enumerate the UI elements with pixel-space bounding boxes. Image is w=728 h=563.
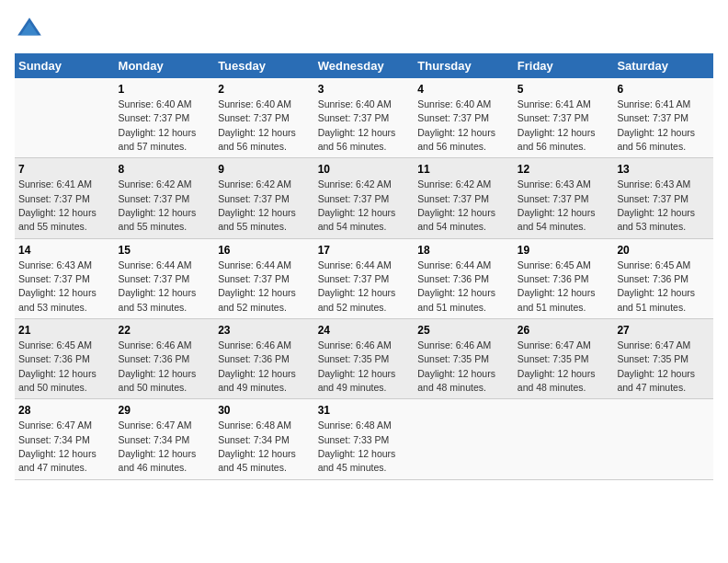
day-number: 20 [617, 243, 710, 259]
day-number: 15 [119, 243, 211, 259]
daylight-text: Daylight: 12 hours and 51 minutes. [617, 287, 695, 312]
daylight-text: Daylight: 12 hours and 54 minutes. [518, 207, 596, 232]
calendar-cell: 9Sunrise: 6:42 AMSunset: 7:37 PMDaylight… [214, 158, 314, 238]
day-number: 17 [318, 243, 411, 259]
calendar-cell: 29Sunrise: 6:47 AMSunset: 7:34 PMDayligh… [115, 399, 215, 479]
daylight-text: Daylight: 12 hours and 56 minutes. [617, 127, 695, 152]
sunrise-text: Sunrise: 6:44 AM [318, 259, 392, 270]
daylight-text: Daylight: 12 hours and 48 minutes. [518, 368, 596, 393]
sunrise-text: Sunrise: 6:45 AM [617, 259, 690, 270]
week-row-4: 21Sunrise: 6:45 AMSunset: 7:36 PMDayligh… [15, 319, 713, 399]
sunset-text: Sunset: 7:37 PM [518, 193, 589, 204]
sunset-text: Sunset: 7:37 PM [218, 112, 290, 123]
calendar-cell [613, 399, 713, 479]
calendar-cell: 15Sunrise: 6:44 AMSunset: 7:37 PMDayligh… [115, 238, 215, 318]
daylight-text: Daylight: 12 hours and 50 minutes. [18, 368, 97, 393]
day-number: 26 [518, 323, 610, 339]
daylight-text: Daylight: 12 hours and 45 minutes. [218, 448, 296, 473]
calendar-cell: 4Sunrise: 6:40 AMSunset: 7:37 PMDaylight… [414, 78, 514, 158]
day-number: 28 [18, 403, 111, 419]
calendar-cell: 17Sunrise: 6:44 AMSunset: 7:37 PMDayligh… [314, 238, 415, 318]
calendar-cell: 27Sunrise: 6:47 AMSunset: 7:35 PMDayligh… [613, 319, 713, 399]
sunset-text: Sunset: 7:35 PM [617, 353, 688, 364]
calendar-cell: 22Sunrise: 6:46 AMSunset: 7:36 PMDayligh… [115, 319, 215, 399]
day-number: 23 [218, 323, 311, 339]
sunset-text: Sunset: 7:36 PM [518, 273, 589, 284]
daylight-text: Daylight: 12 hours and 52 minutes. [218, 287, 296, 312]
day-number: 5 [518, 82, 610, 98]
day-number: 19 [518, 243, 610, 259]
day-number: 11 [417, 162, 510, 178]
day-number: 16 [218, 243, 311, 259]
sunset-text: Sunset: 7:37 PM [617, 112, 688, 123]
weekday-header-saturday: Saturday [613, 53, 713, 78]
week-row-3: 14Sunrise: 6:43 AMSunset: 7:37 PMDayligh… [15, 238, 713, 318]
day-number: 7 [18, 162, 111, 178]
day-number: 24 [318, 323, 411, 339]
daylight-text: Daylight: 12 hours and 55 minutes. [218, 207, 296, 232]
calendar-cell: 23Sunrise: 6:46 AMSunset: 7:36 PMDayligh… [214, 319, 314, 399]
weekday-header-tuesday: Tuesday [214, 53, 314, 78]
calendar-cell: 20Sunrise: 6:45 AMSunset: 7:36 PMDayligh… [613, 238, 713, 318]
daylight-text: Daylight: 12 hours and 57 minutes. [119, 127, 197, 152]
sunset-text: Sunset: 7:36 PM [18, 353, 90, 364]
calendar-cell: 13Sunrise: 6:43 AMSunset: 7:37 PMDayligh… [613, 158, 713, 238]
calendar-cell: 28Sunrise: 6:47 AMSunset: 7:34 PMDayligh… [15, 399, 115, 479]
sunrise-text: Sunrise: 6:44 AM [417, 259, 491, 270]
calendar-cell: 5Sunrise: 6:41 AMSunset: 7:37 PMDaylight… [514, 78, 614, 158]
daylight-text: Daylight: 12 hours and 53 minutes. [18, 287, 97, 312]
calendar-cell: 16Sunrise: 6:44 AMSunset: 7:37 PMDayligh… [214, 238, 314, 318]
sunrise-text: Sunrise: 6:46 AM [417, 339, 491, 350]
sunrise-text: Sunrise: 6:41 AM [18, 178, 92, 190]
sunrise-text: Sunrise: 6:48 AM [218, 419, 291, 431]
sunrise-text: Sunrise: 6:42 AM [417, 178, 491, 190]
daylight-text: Daylight: 12 hours and 55 minutes. [119, 207, 197, 232]
calendar-cell: 7Sunrise: 6:41 AMSunset: 7:37 PMDaylight… [15, 158, 115, 238]
sunrise-text: Sunrise: 6:47 AM [518, 339, 591, 350]
calendar-cell: 8Sunrise: 6:42 AMSunset: 7:37 PMDaylight… [115, 158, 215, 238]
daylight-text: Daylight: 12 hours and 56 minutes. [218, 127, 296, 152]
day-number: 1 [119, 82, 211, 98]
sunset-text: Sunset: 7:37 PM [18, 273, 90, 284]
daylight-text: Daylight: 12 hours and 50 minutes. [119, 368, 197, 393]
day-number: 13 [617, 162, 710, 178]
daylight-text: Daylight: 12 hours and 47 minutes. [18, 448, 97, 473]
day-number: 2 [218, 82, 311, 98]
calendar-cell: 1Sunrise: 6:40 AMSunset: 7:37 PMDaylight… [115, 78, 215, 158]
sunrise-text: Sunrise: 6:40 AM [218, 98, 291, 109]
daylight-text: Daylight: 12 hours and 51 minutes. [518, 287, 596, 312]
sunset-text: Sunset: 7:36 PM [617, 273, 688, 284]
sunset-text: Sunset: 7:37 PM [417, 112, 489, 123]
sunrise-text: Sunrise: 6:45 AM [18, 339, 92, 350]
day-number: 27 [617, 323, 710, 339]
day-number: 8 [119, 162, 211, 178]
calendar-cell: 19Sunrise: 6:45 AMSunset: 7:36 PMDayligh… [514, 238, 614, 318]
daylight-text: Daylight: 12 hours and 55 minutes. [18, 207, 97, 232]
day-number: 10 [318, 162, 411, 178]
weekday-header-thursday: Thursday [414, 53, 514, 78]
sunrise-text: Sunrise: 6:46 AM [218, 339, 291, 350]
sunset-text: Sunset: 7:37 PM [119, 273, 190, 284]
sunrise-text: Sunrise: 6:43 AM [518, 178, 591, 190]
day-number: 29 [119, 403, 211, 419]
sunrise-text: Sunrise: 6:40 AM [417, 98, 491, 109]
calendar-cell: 12Sunrise: 6:43 AMSunset: 7:37 PMDayligh… [514, 158, 614, 238]
day-number: 12 [518, 162, 610, 178]
calendar-cell: 24Sunrise: 6:46 AMSunset: 7:35 PMDayligh… [314, 319, 415, 399]
day-number: 3 [318, 82, 411, 98]
day-number: 4 [417, 82, 510, 98]
day-number: 25 [417, 323, 510, 339]
sunrise-text: Sunrise: 6:47 AM [119, 419, 192, 431]
calendar-cell: 11Sunrise: 6:42 AMSunset: 7:37 PMDayligh… [414, 158, 514, 238]
day-number: 6 [617, 82, 710, 98]
calendar-cell: 26Sunrise: 6:47 AMSunset: 7:35 PMDayligh… [514, 319, 614, 399]
calendar-cell: 31Sunrise: 6:48 AMSunset: 7:33 PMDayligh… [314, 399, 415, 479]
daylight-text: Daylight: 12 hours and 56 minutes. [318, 127, 396, 152]
daylight-text: Daylight: 12 hours and 53 minutes. [119, 287, 197, 312]
logo [15, 15, 48, 44]
sunset-text: Sunset: 7:35 PM [417, 353, 489, 364]
sunrise-text: Sunrise: 6:40 AM [119, 98, 192, 109]
sunrise-text: Sunrise: 6:43 AM [18, 259, 92, 270]
sunset-text: Sunset: 7:37 PM [318, 193, 390, 204]
daylight-text: Daylight: 12 hours and 51 minutes. [417, 287, 495, 312]
